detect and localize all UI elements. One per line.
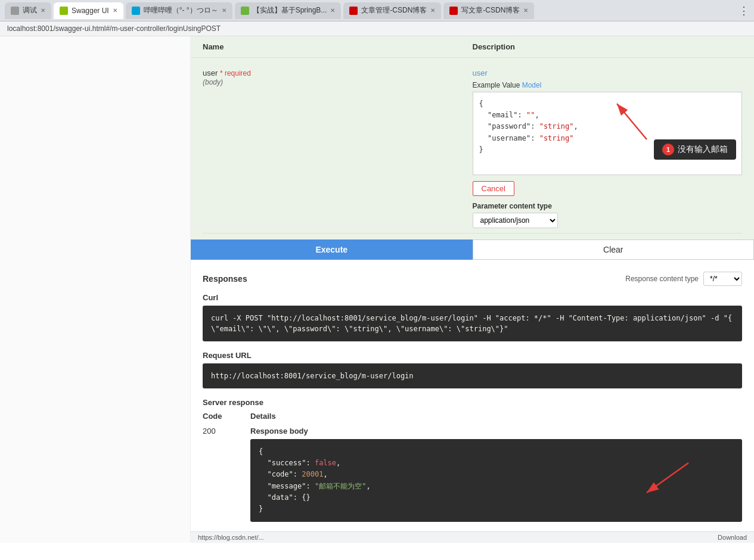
curl-label: Curl <box>203 293 742 302</box>
response-line-success: "success": false, <box>259 458 734 469</box>
response-details: Response body { "success": false, "code"… <box>250 427 742 522</box>
params-header: Name Description <box>191 36 754 58</box>
tab-close-csdn1[interactable]: ✕ <box>430 7 435 14</box>
cancel-button[interactable]: Cancel <box>473 181 514 196</box>
tab-favicon-debug <box>11 7 19 15</box>
request-url-value: http://localhost:8001/service_blog/m-use… <box>203 363 742 388</box>
address-text: localhost:8001/swagger-ui.html#/m-user-c… <box>7 24 221 33</box>
tab-label-bilibili: 哔哩哔哩（°- °）つロ～ <box>144 5 218 15</box>
more-tabs-button[interactable]: ⋮ <box>739 4 749 17</box>
curl-section: Curl curl -X POST "http://localhost:8001… <box>203 293 742 341</box>
tab-csdn1[interactable]: 文章管理-CSDN博客 ✕ <box>343 2 441 19</box>
tab-favicon-csdn1 <box>349 7 358 15</box>
tab-label-csdn2: 写文章-CSDN博客 <box>461 5 520 15</box>
tab-debug[interactable]: 调试 ✕ <box>5 2 51 19</box>
param-user-label: user <box>473 69 743 77</box>
response-body-container: { "success": false, "code": 20001, "mess… <box>250 439 742 522</box>
code-header: Code <box>203 412 250 421</box>
response-line-open: { <box>259 446 734 458</box>
response-content-type-select[interactable]: */* <box>703 272 742 286</box>
response-content-type-label: Response content type <box>625 275 699 283</box>
response-code: 200 <box>203 427 250 435</box>
param-row: user * required (body) user Example Valu… <box>203 64 742 234</box>
content-type-label: Parameter content type <box>473 202 743 210</box>
download-label[interactable]: Download <box>718 534 747 541</box>
example-value-text: Example Value <box>473 81 520 89</box>
request-url-label: Request URL <box>203 351 742 360</box>
server-response-section: Server response Code Details 200 Respons… <box>203 398 742 522</box>
tab-label-swagger: Swagger UI <box>72 7 109 15</box>
tab-spring[interactable]: 【实战】基于SpringB... ✕ <box>235 2 342 19</box>
execute-button[interactable]: Execute <box>191 239 473 260</box>
param-name: user <box>203 69 218 77</box>
tab-favicon-spring <box>241 7 249 15</box>
response-line-data: "data": {} <box>259 492 734 503</box>
responses-section: Responses Response content type */* Curl… <box>191 269 754 522</box>
action-buttons-wrapper: Execute Clear <box>191 239 754 260</box>
main-content: Name Description user * required (body) … <box>0 36 754 543</box>
param-name-col: user * required (body) <box>203 69 473 86</box>
params-section: Name Description user * required (body) … <box>191 36 754 239</box>
model-link[interactable]: Model <box>522 81 542 89</box>
tab-label-csdn1: 文章管理-CSDN博客 <box>361 5 427 15</box>
bottom-url: https://blog.csdn.net/... <box>198 534 264 541</box>
tab-close-debug[interactable]: ✕ <box>41 7 45 14</box>
code-editor-container: { "email": "", "password": "string", "us… <box>473 92 743 175</box>
tab-close-swagger[interactable]: ✕ <box>113 7 117 14</box>
tab-favicon-csdn2 <box>449 7 458 15</box>
param-desc-col: user Example Value Model { "email": "", … <box>473 69 743 228</box>
code-editor[interactable]: { "email": "", "password": "string", "us… <box>473 92 743 175</box>
response-line-code: "code": 20001, <box>259 469 734 480</box>
server-response-label: Server response <box>203 398 742 407</box>
request-url-section: Request URL http://localhost:8001/servic… <box>203 351 742 388</box>
description-header: Description <box>473 42 743 51</box>
clear-button[interactable]: Clear <box>473 239 755 260</box>
params-body: user * required (body) user Example Valu… <box>191 58 754 239</box>
tab-favicon-swagger <box>60 7 68 15</box>
tab-close-bilibili[interactable]: ✕ <box>222 7 226 14</box>
curl-value: curl -X POST "http://localhost:8001/serv… <box>203 306 742 341</box>
response-body-label: Response body <box>250 427 742 435</box>
response-table-row: 200 Response body { "success": false, "c… <box>203 424 742 522</box>
param-required: * required <box>220 69 251 77</box>
tab-bilibili[interactable]: 哔哩哔哩（°- °）つロ～ ✕ <box>126 2 232 19</box>
response-body-code: { "success": false, "code": 20001, "mess… <box>250 439 742 522</box>
action-buttons: Execute Clear <box>191 239 754 260</box>
tab-favicon-bilibili <box>132 7 140 15</box>
content-type-select[interactable]: application/json <box>473 213 558 228</box>
example-value-row: Example Value Model <box>473 81 743 89</box>
tab-swagger[interactable]: Swagger UI ✕ <box>54 2 123 19</box>
param-location: (body) <box>203 78 223 86</box>
browser-chrome: 调试 ✕ Swagger UI ✕ 哔哩哔哩（°- °）つロ～ ✕ 【实战】基于… <box>0 0 754 21</box>
left-panel <box>0 36 191 543</box>
tab-close-spring[interactable]: ✕ <box>330 7 335 14</box>
tab-csdn2[interactable]: 写文章-CSDN博客 ✕ <box>443 2 534 19</box>
address-bar: localhost:8001/swagger-ui.html#/m-user-c… <box>0 21 754 36</box>
response-table-header: Code Details <box>203 412 742 424</box>
tab-label-spring: 【实战】基于SpringB... <box>253 5 327 15</box>
responses-title: Responses <box>203 274 247 284</box>
tab-close-csdn2[interactable]: ✕ <box>523 7 528 14</box>
tab-label-debug: 调试 <box>23 5 37 15</box>
response-line-close: } <box>259 503 734 515</box>
bottom-bar: https://blog.csdn.net/... Download <box>191 531 754 543</box>
name-header: Name <box>203 42 473 51</box>
details-header: Details <box>250 412 742 421</box>
right-panel: Name Description user * required (body) … <box>191 36 754 543</box>
response-content-type-row: Response content type */* <box>625 272 742 286</box>
response-line-message: "message": "邮箱不能为空", <box>259 481 734 492</box>
responses-header: Responses Response content type */* <box>203 269 742 286</box>
